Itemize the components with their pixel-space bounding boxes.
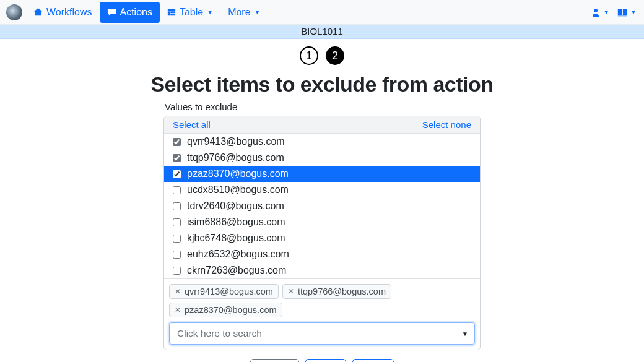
send-button[interactable]: Send — [352, 359, 394, 362]
navbar: Workflows Actions Table ▼ More ▼ ▼ ▼ — [0, 0, 644, 25]
list-item[interactable]: ttqp9766@bogus.com — [164, 150, 480, 166]
step-indicator: 1 2 — [300, 46, 344, 65]
list-item-label: ucdx8510@bogus.com — [187, 184, 289, 196]
user-icon — [591, 7, 601, 17]
search-combobox[interactable]: ▼ — [169, 322, 475, 345]
select-none-link[interactable]: Select none — [422, 119, 471, 130]
list-item[interactable]: isim6886@bogus.com — [164, 214, 480, 230]
list-item-label: qvrr9413@bogus.com — [187, 136, 285, 147]
chip-label: ttqp9766@bogus.com — [298, 287, 386, 296]
list-item[interactable]: qvrr9413@bogus.com — [164, 134, 480, 150]
list-item-checkbox[interactable] — [173, 235, 181, 243]
main-content: 1 2 Select items to exclude from action … — [0, 39, 644, 362]
app-logo[interactable] — [6, 4, 22, 20]
panel-label: Values to exclude — [165, 101, 481, 112]
list-item-label: tdrv2640@bogus.com — [187, 200, 284, 212]
caret-down-icon: ▼ — [630, 9, 637, 15]
list-item-label: pzaz8370@bogus.com — [187, 168, 289, 179]
nav-table[interactable]: Table ▼ — [160, 2, 220, 23]
step-1: 1 — [300, 46, 318, 65]
list-item[interactable]: euhz6532@bogus.com — [164, 246, 480, 262]
selected-chips: ✕qvrr9413@bogus.com✕ttqp9766@bogus.com✕p… — [164, 278, 480, 322]
list-item-label: euhz6532@bogus.com — [187, 249, 289, 260]
nav-more-label: More — [228, 7, 250, 18]
chip: ✕ttqp9766@bogus.com — [282, 284, 391, 299]
chip-label: qvrr9413@bogus.com — [185, 287, 273, 296]
nav-workflows-label: Workflows — [46, 7, 92, 18]
list-item-label: isim6886@bogus.com — [187, 217, 285, 228]
panel-header: Select all Select none — [164, 116, 480, 134]
select-all-link[interactable]: Select all — [173, 119, 211, 130]
chip-remove-icon[interactable]: ✕ — [175, 306, 181, 314]
list-item-label: ckrn7263@bogus.com — [187, 265, 286, 276]
cancel-button[interactable]: Cancel — [250, 359, 300, 362]
list-item[interactable]: tdrv2640@bogus.com — [164, 198, 480, 214]
search-input[interactable] — [176, 327, 462, 340]
footer-buttons: Cancel Back Send — [250, 359, 394, 362]
list-item-checkbox[interactable] — [173, 154, 181, 162]
home-icon — [33, 7, 43, 17]
nav-more[interactable]: More ▼ — [220, 2, 268, 23]
caret-down-icon: ▼ — [255, 9, 261, 15]
chip: ✕qvrr9413@bogus.com — [169, 284, 279, 299]
list-item-checkbox[interactable] — [173, 251, 181, 259]
list-item-checkbox[interactable] — [173, 186, 181, 194]
book-icon — [617, 7, 628, 17]
exclude-list[interactable]: qvrr9413@bogus.comttqp9766@bogus.compzaz… — [164, 134, 480, 278]
back-button[interactable]: Back — [305, 359, 346, 362]
chip-remove-icon[interactable]: ✕ — [175, 287, 181, 296]
page-title: Select items to exclude from action — [150, 72, 493, 97]
exclude-panel: Select all Select none qvrr9413@bogus.co… — [163, 116, 481, 350]
list-item[interactable]: pzaz8370@bogus.com — [164, 166, 480, 182]
context-title: BIOL1011 — [301, 26, 343, 37]
chip-remove-icon[interactable]: ✕ — [288, 287, 294, 296]
step-2: 2 — [326, 46, 344, 65]
list-item-label: ttqp9766@bogus.com — [187, 152, 284, 163]
context-bar: BIOL1011 — [0, 25, 644, 39]
list-item[interactable]: ucdx8510@bogus.com — [164, 182, 480, 198]
chip: ✕pzaz8370@bogus.com — [169, 303, 282, 317]
table-icon — [167, 8, 176, 17]
nav-workflows[interactable]: Workflows — [26, 2, 100, 23]
list-item-checkbox[interactable] — [173, 170, 181, 178]
list-item-checkbox[interactable] — [173, 267, 181, 275]
caret-down-icon: ▼ — [603, 9, 609, 15]
chip-label: pzaz8370@bogus.com — [185, 305, 277, 315]
list-item-checkbox[interactable] — [173, 218, 181, 226]
user-menu[interactable]: ▼ — [591, 7, 609, 17]
nav-actions[interactable]: Actions — [100, 2, 160, 23]
nav-actions-label: Actions — [120, 7, 152, 18]
list-item-checkbox[interactable] — [173, 138, 181, 146]
list-item-checkbox[interactable] — [173, 202, 181, 210]
book-menu[interactable]: ▼ — [617, 7, 637, 17]
nav-table-label: Table — [180, 7, 203, 18]
caret-down-icon: ▼ — [207, 9, 213, 15]
list-item[interactable]: ckrn7263@bogus.com — [164, 262, 480, 278]
caret-down-icon: ▼ — [462, 330, 468, 337]
list-item[interactable]: kjbc6748@bogus.com — [164, 230, 480, 246]
list-item-label: kjbc6748@bogus.com — [187, 233, 285, 244]
comment-icon — [107, 7, 116, 17]
